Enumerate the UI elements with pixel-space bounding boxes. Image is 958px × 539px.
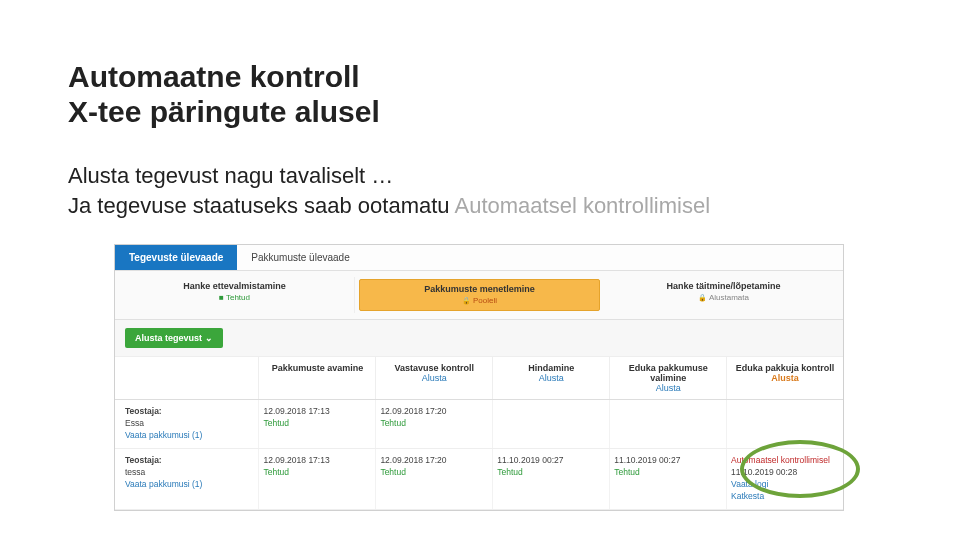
phase-execution[interactable]: Hanke täitmine/lõpetamine Alustamata xyxy=(604,277,843,313)
col-opening: Pakkumuste avamine xyxy=(259,357,376,399)
tab-offers-overview[interactable]: Pakkumuste ülevaade xyxy=(237,245,363,270)
cell-winner-check xyxy=(727,400,843,448)
view-offers-link[interactable]: Vaata pakkumusi (1) xyxy=(125,479,254,491)
column-headers: Pakkumuste avamine Vastavuse kontroll Al… xyxy=(115,356,843,400)
cancel-link[interactable]: Katkesta xyxy=(731,491,839,503)
cell-winner-check: Automaatsel kontrollimisel 11.10.2019 00… xyxy=(727,449,843,509)
slide-title: Automaatne kontroll X-tee päringute alus… xyxy=(68,60,890,129)
cell-selection: 11.10.2019 00:27 Tehtud xyxy=(610,449,727,509)
table-row: Teostaja: Essa Vaata pakkumusi (1) 12.09… xyxy=(115,400,843,449)
start-link-winner-check[interactable]: Alusta xyxy=(771,373,799,383)
cell-opening: 12.09.2018 17:13 Tehtud xyxy=(259,400,376,448)
phase-status-done: Tehtud xyxy=(119,293,350,303)
cell-selection xyxy=(610,400,727,448)
col-selection: Eduka pakkumuse valimine Alusta xyxy=(610,357,727,399)
title-line-1: Automaatne kontroll xyxy=(68,60,360,93)
col-empty xyxy=(115,357,259,399)
view-offers-link[interactable]: Vaata pakkumusi (1) xyxy=(125,430,254,442)
cell-evaluation: 11.10.2019 00:27 Tehtud xyxy=(493,449,610,509)
start-link-selection[interactable]: Alusta xyxy=(656,383,681,393)
action-row: Alusta tegevust xyxy=(115,320,843,356)
body-line-1: Alusta tegevust nagu tavaliselt … xyxy=(68,161,890,191)
app-screenshot: Tegevuste ülevaade Pakkumuste ülevaade H… xyxy=(114,244,844,510)
title-line-2: X-tee päringute alusel xyxy=(68,95,380,128)
start-link-evaluation[interactable]: Alusta xyxy=(539,373,564,383)
phase-preparation[interactable]: Hanke ettevalmistamine Tehtud xyxy=(115,277,355,313)
phase-status-inprogress: Pooleli xyxy=(364,296,595,306)
col-evaluation: Hindamine Alusta xyxy=(493,357,610,399)
cell-opening: 12.09.2018 17:13 Tehtud xyxy=(259,449,376,509)
start-link-compliance[interactable]: Alusta xyxy=(422,373,447,383)
slide-body: Alusta tegevust nagu tavaliselt … Ja teg… xyxy=(68,161,890,220)
tab-activities-overview[interactable]: Tegevuste ülevaade xyxy=(115,245,237,270)
cell-performer: Teostaja: tessa Vaata pakkumusi (1) xyxy=(115,449,259,509)
status-auto-check: Automaatsel kontrollimisel xyxy=(731,455,839,467)
body-line-2: Ja tegevuse staatuseks saab ootamatu Aut… xyxy=(68,191,890,221)
view-log-link[interactable]: Vaata logi xyxy=(731,479,839,491)
col-winner-check: Eduka pakkuja kontroll Alusta xyxy=(727,357,843,399)
cell-compliance: 12.09.2018 17:20 Tehtud xyxy=(376,449,493,509)
cell-compliance: 12.09.2018 17:20 Tehtud xyxy=(376,400,493,448)
cell-evaluation xyxy=(493,400,610,448)
col-compliance: Vastavuse kontroll Alusta xyxy=(376,357,493,399)
phase-bar: Hanke ettevalmistamine Tehtud Pakkumuste… xyxy=(115,271,843,320)
start-activity-button[interactable]: Alusta tegevust xyxy=(125,328,223,348)
phase-processing[interactable]: Pakkumuste menetlemine Pooleli xyxy=(359,279,600,311)
status-phrase: Automaatsel kontrollimisel xyxy=(454,193,710,218)
cell-performer: Teostaja: Essa Vaata pakkumusi (1) xyxy=(115,400,259,448)
table-row: Teostaja: tessa Vaata pakkumusi (1) 12.0… xyxy=(115,449,843,510)
main-tabs: Tegevuste ülevaade Pakkumuste ülevaade xyxy=(115,245,843,271)
phase-status-notstarted: Alustamata xyxy=(608,293,839,303)
